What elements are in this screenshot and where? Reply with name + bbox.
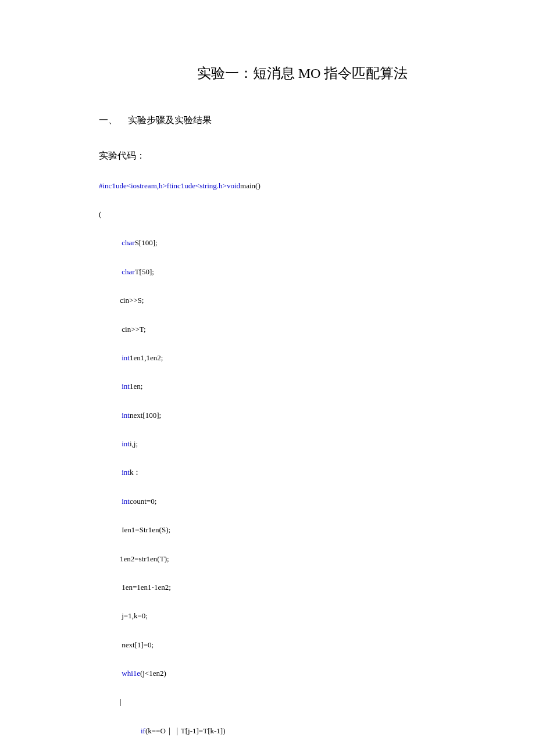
code-line: charT[50]; bbox=[99, 265, 436, 280]
code-keyword: int bbox=[122, 497, 130, 506]
code-text: next[100]; bbox=[130, 411, 161, 420]
code-text: 1en1,1en2; bbox=[130, 353, 163, 362]
code-line: int1en1,1en2; bbox=[99, 351, 436, 366]
code-line: if(k==O｜｜T[j-1]=T[k-1]) bbox=[99, 724, 436, 739]
code-keyword: int bbox=[122, 411, 130, 420]
code-text: (k==O｜｜T[j-1]=T[k-1]) bbox=[145, 726, 226, 735]
code-keyword: int bbox=[122, 439, 130, 448]
code-text: j=1,k=0; bbox=[122, 611, 148, 620]
code-keyword: char bbox=[122, 238, 134, 247]
code-text: T[50]; bbox=[135, 267, 154, 276]
code-line: Ien1=Str1en(S); bbox=[99, 523, 436, 538]
section-heading-text: 实验步骤及实验结果 bbox=[128, 115, 212, 125]
code-text: (j<1en2) bbox=[140, 669, 166, 678]
code-text: next[1]=0; bbox=[122, 640, 154, 649]
document-page: 实验一：短消息 MO 指令匹配算法 一、实验步骤及实验结果 实验代码： #inc… bbox=[0, 0, 535, 756]
code-line: ( bbox=[99, 207, 436, 222]
code-line: cin>>S; bbox=[99, 293, 436, 308]
code-text: cin>>T; bbox=[122, 325, 145, 334]
code-keyword: int bbox=[122, 382, 130, 390]
code-line: whi1e(j<1en2) bbox=[99, 667, 436, 681]
code-line: intcount=0; bbox=[99, 495, 436, 509]
code-keyword: if bbox=[141, 726, 145, 735]
code-line: inti,j; bbox=[99, 437, 436, 452]
code-keyword: char bbox=[122, 267, 134, 276]
code-line: 1en=1en1-1en2; bbox=[99, 581, 436, 595]
code-line: | bbox=[99, 753, 436, 756]
code-text: main() bbox=[240, 181, 261, 190]
code-line: 1en2=str1en(T); bbox=[99, 552, 436, 567]
code-text: 1en=1en1-1en2; bbox=[122, 583, 171, 592]
document-title: 实验一：短消息 MO 指令匹配算法 bbox=[169, 64, 436, 83]
code-keyword: #inc1ude<iostream,h>ftinc1ude<string.h>v… bbox=[99, 181, 240, 190]
code-line: int1en; bbox=[99, 379, 436, 394]
code-line: | bbox=[99, 695, 436, 710]
code-text: Ien1=Str1en(S); bbox=[122, 525, 170, 534]
code-line: charS[100]; bbox=[99, 236, 436, 250]
code-keyword: int bbox=[122, 353, 130, 362]
code-line: cin>>T; bbox=[99, 323, 436, 337]
section-number: 一、 bbox=[99, 114, 117, 127]
code-line: next[1]=0; bbox=[99, 638, 436, 653]
code-text: 1en; bbox=[130, 382, 142, 390]
code-line: intnext[100]; bbox=[99, 409, 436, 423]
code-block: #inc1ude<iostream,h>ftinc1ude<string.h>v… bbox=[99, 164, 436, 756]
code-line: #inc1ude<iostream,h>ftinc1ude<string.h>v… bbox=[99, 179, 436, 194]
code-text: S[100]; bbox=[135, 238, 158, 247]
code-text: i,j; bbox=[130, 439, 138, 448]
code-line: j=1,k=0; bbox=[99, 609, 436, 624]
code-keyword: whi1e bbox=[122, 669, 140, 678]
code-text: count=0; bbox=[130, 497, 156, 506]
code-keyword: int bbox=[122, 468, 130, 476]
experiment-label: 实验代码： bbox=[99, 150, 436, 162]
code-line: intk： bbox=[99, 465, 436, 480]
section-heading: 一、实验步骤及实验结果 bbox=[99, 114, 436, 127]
code-text: k： bbox=[130, 468, 141, 476]
